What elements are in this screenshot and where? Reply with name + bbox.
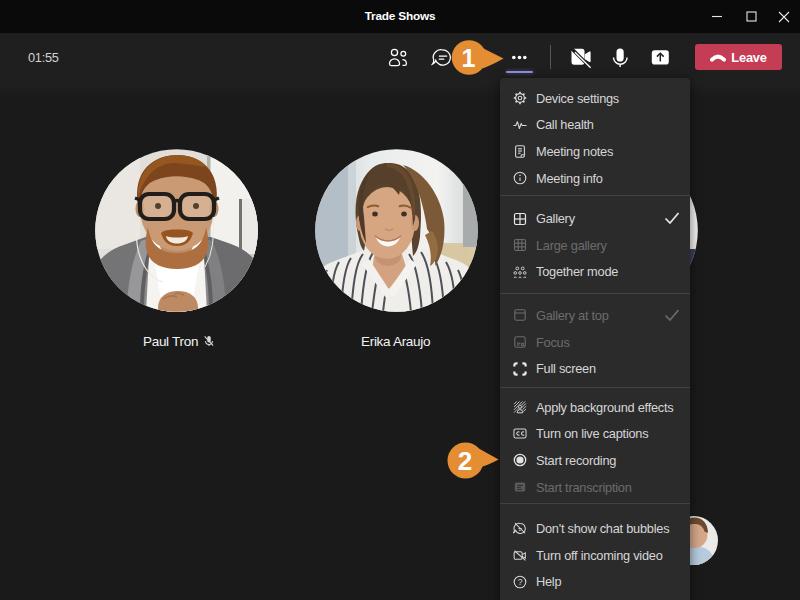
svg-text:1: 1	[462, 44, 476, 72]
svg-text:?: ?	[518, 577, 523, 587]
svg-text:2: 2	[458, 446, 472, 476]
